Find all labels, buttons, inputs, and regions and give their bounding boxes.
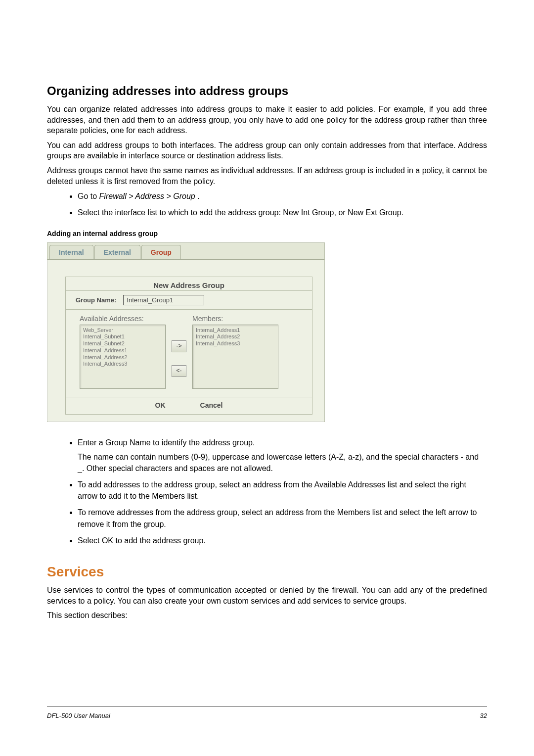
bullet-goto-text-a: Go to	[78, 192, 99, 200]
paragraph-3: Address groups cannot have the same name…	[47, 165, 487, 187]
tab-external[interactable]: External	[94, 245, 140, 259]
services-paragraph-2: This section describes:	[47, 610, 487, 621]
bullet-goto-text-c: .	[197, 192, 199, 200]
available-column: Available Addresses: Web_Server Internal…	[80, 315, 166, 389]
bullet-list-top: Go to Firewall > Address > Group . Selec…	[47, 190, 487, 218]
group-name-row: Group Name:	[66, 290, 312, 310]
move-buttons-column: -> <-	[172, 315, 186, 389]
bullet-list-bottom: Enter a Group Name to identify the addre…	[47, 437, 487, 547]
footer-rule	[47, 706, 487, 707]
figure-caption: Adding an internal address group	[47, 230, 487, 237]
move-right-button[interactable]: ->	[172, 340, 186, 352]
page: Organizing addresses into address groups…	[0, 0, 534, 756]
members-column: Members: Internal_Address1 Internal_Addr…	[192, 315, 278, 389]
bullet-select-interface: Select the interface list to which to ad…	[78, 207, 487, 218]
members-list[interactable]: Internal_Address1 Internal_Address2 Inte…	[192, 325, 278, 389]
bullet-enter-name: Enter a Group Name to identify the addre…	[78, 437, 487, 474]
members-label: Members:	[192, 315, 278, 323]
paragraph-2: You can add address groups to both inter…	[47, 140, 487, 161]
bullet-select-ok: Select OK to add the address group.	[78, 535, 487, 546]
screenshot-panel: Internal External Group New Address Grou…	[47, 242, 325, 422]
bullet-goto-path: Firewall > Address > Group	[99, 192, 198, 200]
ok-button[interactable]: OK	[155, 401, 166, 409]
bullet-enter-name-sub: The name can contain numbers (0-9), uppe…	[78, 451, 487, 474]
address-group-panel: New Address Group Group Name: Available …	[65, 277, 312, 415]
tab-bar: Internal External Group	[47, 243, 324, 260]
paragraph-1: You can organize related addresses into …	[47, 104, 487, 136]
move-left-button[interactable]: <-	[172, 365, 186, 377]
lists-area: Available Addresses: Web_Server Internal…	[66, 310, 312, 397]
action-row: OK Cancel	[66, 397, 312, 414]
group-name-input[interactable]	[123, 295, 204, 305]
tab-group[interactable]: Group	[141, 245, 181, 259]
available-label: Available Addresses:	[80, 315, 166, 323]
footer-manual-title: DFL-500 User Manual	[47, 712, 110, 719]
tab-internal[interactable]: Internal	[49, 245, 93, 259]
heading-organizing: Organizing addresses into address groups	[47, 84, 487, 98]
bullet-add-addresses: To add addresses to the address group, s…	[78, 479, 487, 502]
footer-page-number: 32	[480, 712, 487, 719]
available-addresses-list[interactable]: Web_Server Internal_Subnet1 Internal_Sub…	[80, 325, 166, 389]
heading-services: Services	[47, 564, 487, 580]
bullet-goto: Go to Firewall > Address > Group .	[78, 190, 487, 202]
cancel-button[interactable]: Cancel	[200, 401, 223, 409]
bullet-enter-name-main: Enter a Group Name to identify the addre…	[78, 438, 255, 447]
bullet-remove-addresses: To remove addresses from the address gro…	[78, 507, 487, 529]
panel-wrap: New Address Group Group Name: Available …	[47, 260, 324, 422]
services-paragraph-1: Use services to control the types of com…	[47, 585, 487, 606]
group-name-label: Group Name:	[76, 296, 116, 304]
panel-title: New Address Group	[66, 277, 312, 290]
